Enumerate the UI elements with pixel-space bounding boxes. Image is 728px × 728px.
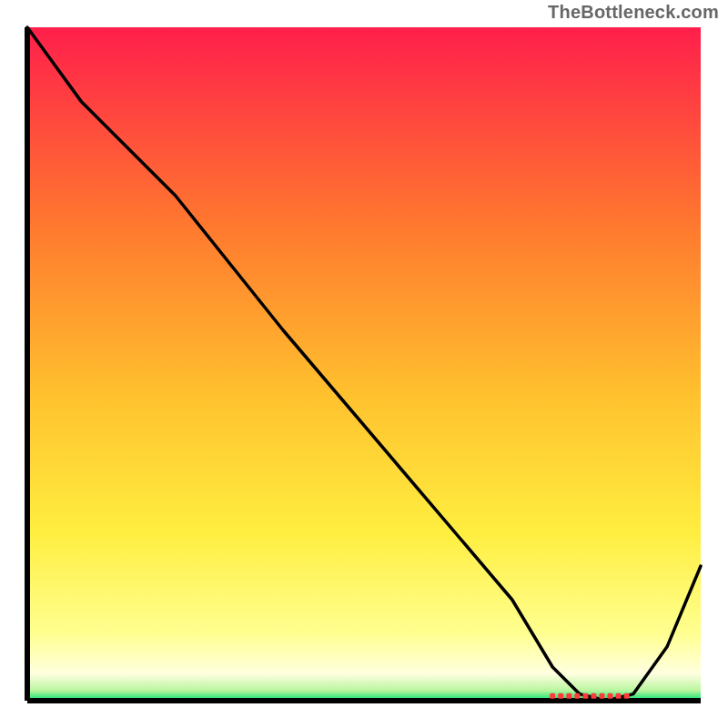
optimum-dot	[566, 693, 571, 699]
plot-background	[27, 27, 701, 701]
bottleneck-chart	[0, 0, 728, 728]
optimum-dot	[582, 693, 588, 699]
optimum-dot	[558, 693, 563, 699]
optimum-dot	[624, 693, 630, 699]
optimum-dot	[550, 693, 555, 699]
chart-container: { "attribution": "TheBottleneck.com", "c…	[0, 0, 728, 728]
optimum-dot	[574, 693, 580, 699]
optimum-dot	[600, 693, 605, 699]
optimum-dot	[608, 693, 613, 699]
optimum-dot	[591, 693, 596, 699]
optimum-dot	[616, 693, 622, 699]
